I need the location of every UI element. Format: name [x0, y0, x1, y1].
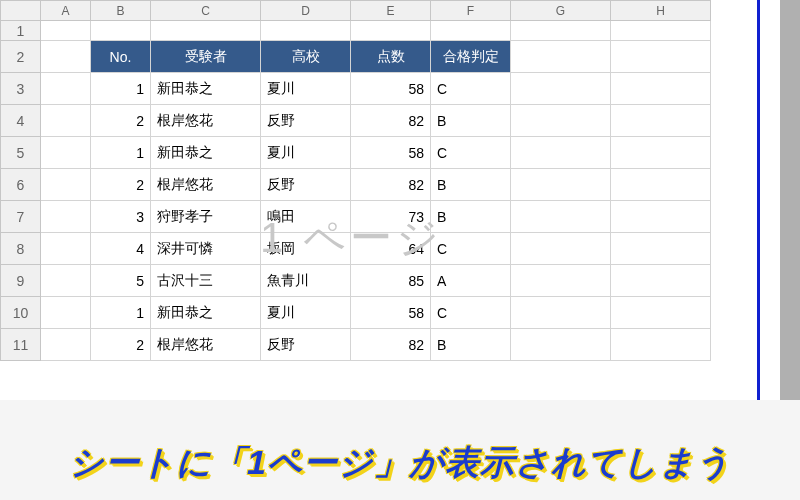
cell[interactable] — [611, 41, 711, 73]
cell-examinee[interactable]: 深井可憐 — [151, 233, 261, 265]
col-header-C[interactable]: C — [151, 1, 261, 21]
cell-score[interactable]: 58 — [351, 297, 431, 329]
col-header-G[interactable]: G — [511, 1, 611, 21]
cell[interactable] — [41, 297, 91, 329]
cell-examinee[interactable]: 新田恭之 — [151, 297, 261, 329]
row-header[interactable]: 10 — [1, 297, 41, 329]
cell-school[interactable]: 坂岡 — [261, 233, 351, 265]
cell[interactable] — [511, 297, 611, 329]
cell-no[interactable]: 1 — [91, 73, 151, 105]
cell[interactable] — [41, 73, 91, 105]
col-header-D[interactable]: D — [261, 1, 351, 21]
select-all-corner[interactable] — [1, 1, 41, 21]
cell[interactable] — [151, 21, 261, 41]
cell[interactable] — [611, 21, 711, 41]
cell-result[interactable]: A — [431, 265, 511, 297]
cell[interactable] — [511, 169, 611, 201]
cell-result[interactable]: C — [431, 73, 511, 105]
cell-score[interactable]: 82 — [351, 329, 431, 361]
cell-result[interactable]: C — [431, 137, 511, 169]
cell[interactable] — [41, 201, 91, 233]
cell[interactable] — [611, 73, 711, 105]
cell-school[interactable]: 夏川 — [261, 137, 351, 169]
cell[interactable] — [611, 297, 711, 329]
cell[interactable] — [511, 137, 611, 169]
cell-no[interactable]: 2 — [91, 329, 151, 361]
cell[interactable] — [511, 73, 611, 105]
cell[interactable] — [511, 265, 611, 297]
row-header[interactable]: 2 — [1, 41, 41, 73]
cell-score[interactable]: 64 — [351, 233, 431, 265]
cell-score[interactable]: 82 — [351, 105, 431, 137]
cell[interactable] — [511, 201, 611, 233]
cell[interactable] — [611, 233, 711, 265]
cell[interactable] — [41, 169, 91, 201]
cell-score[interactable]: 73 — [351, 201, 431, 233]
table-header-score[interactable]: 点数 — [351, 41, 431, 73]
table-header-school[interactable]: 高校 — [261, 41, 351, 73]
cell[interactable] — [611, 265, 711, 297]
cell-examinee[interactable]: 根岸悠花 — [151, 105, 261, 137]
table-header-result[interactable]: 合格判定 — [431, 41, 511, 73]
cell-examinee[interactable]: 新田恭之 — [151, 73, 261, 105]
row-header[interactable]: 1 — [1, 21, 41, 41]
cell-no[interactable]: 1 — [91, 297, 151, 329]
col-header-A[interactable]: A — [41, 1, 91, 21]
row-header[interactable]: 7 — [1, 201, 41, 233]
col-header-B[interactable]: B — [91, 1, 151, 21]
cell[interactable] — [611, 137, 711, 169]
cell-result[interactable]: B — [431, 329, 511, 361]
cell-school[interactable]: 魚青川 — [261, 265, 351, 297]
cell[interactable] — [41, 41, 91, 73]
cell[interactable] — [611, 105, 711, 137]
cell[interactable] — [41, 105, 91, 137]
cell-school[interactable]: 反野 — [261, 329, 351, 361]
cell[interactable] — [511, 233, 611, 265]
cell-school[interactable]: 夏川 — [261, 73, 351, 105]
cell[interactable] — [91, 21, 151, 41]
row-header[interactable]: 9 — [1, 265, 41, 297]
cell-no[interactable]: 4 — [91, 233, 151, 265]
cell[interactable] — [41, 233, 91, 265]
cell[interactable] — [41, 21, 91, 41]
col-header-H[interactable]: H — [611, 1, 711, 21]
table-header-examinee[interactable]: 受験者 — [151, 41, 261, 73]
cell[interactable] — [511, 329, 611, 361]
cell-no[interactable]: 5 — [91, 265, 151, 297]
row-header[interactable]: 3 — [1, 73, 41, 105]
cell-score[interactable]: 82 — [351, 169, 431, 201]
cell[interactable] — [261, 21, 351, 41]
cell-score[interactable]: 58 — [351, 137, 431, 169]
col-header-F[interactable]: F — [431, 1, 511, 21]
col-header-E[interactable]: E — [351, 1, 431, 21]
cell-examinee[interactable]: 根岸悠花 — [151, 329, 261, 361]
cell-score[interactable]: 58 — [351, 73, 431, 105]
cell-result[interactable]: B — [431, 201, 511, 233]
cell-school[interactable]: 鳴田 — [261, 201, 351, 233]
row-header[interactable]: 11 — [1, 329, 41, 361]
cell-examinee[interactable]: 狩野孝子 — [151, 201, 261, 233]
cell[interactable] — [41, 265, 91, 297]
spreadsheet-grid[interactable]: A B C D E F G H 12No.受験者高校点数合格判定31新田恭之夏川… — [0, 0, 711, 361]
cell-examinee[interactable]: 根岸悠花 — [151, 169, 261, 201]
cell-result[interactable]: C — [431, 297, 511, 329]
cell[interactable] — [511, 41, 611, 73]
cell-no[interactable]: 2 — [91, 169, 151, 201]
cell-examinee[interactable]: 新田恭之 — [151, 137, 261, 169]
row-header[interactable]: 8 — [1, 233, 41, 265]
cell[interactable] — [41, 137, 91, 169]
table-header-no[interactable]: No. — [91, 41, 151, 73]
cell-no[interactable]: 3 — [91, 201, 151, 233]
cell[interactable] — [611, 201, 711, 233]
cell-no[interactable]: 2 — [91, 105, 151, 137]
cell-result[interactable]: C — [431, 233, 511, 265]
cell[interactable] — [41, 329, 91, 361]
cell-result[interactable]: B — [431, 169, 511, 201]
cell-school[interactable]: 夏川 — [261, 297, 351, 329]
cell-result[interactable]: B — [431, 105, 511, 137]
row-header[interactable]: 6 — [1, 169, 41, 201]
cell[interactable] — [611, 169, 711, 201]
cell[interactable] — [511, 21, 611, 41]
row-header[interactable]: 5 — [1, 137, 41, 169]
cell-examinee[interactable]: 古沢十三 — [151, 265, 261, 297]
